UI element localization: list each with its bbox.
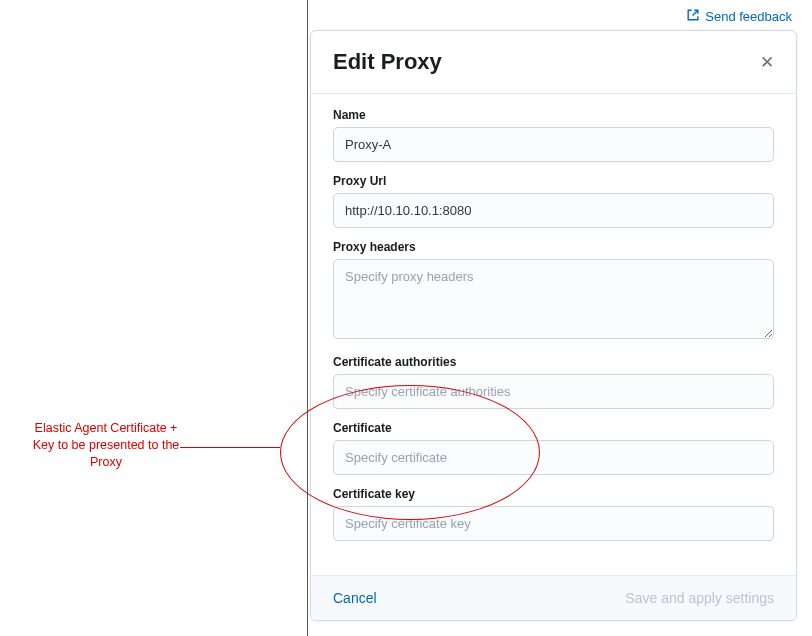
panel-footer: Cancel Save and apply settings [311, 575, 796, 620]
save-button[interactable]: Save and apply settings [625, 590, 774, 606]
certificate-label: Certificate [333, 421, 774, 435]
annotation-text: Elastic Agent Certificate + Key to be pr… [31, 420, 181, 471]
proxy-url-label: Proxy Url [333, 174, 774, 188]
proxy-headers-group: Proxy headers [333, 240, 774, 343]
name-input[interactable] [333, 127, 774, 162]
certificate-input[interactable] [333, 440, 774, 475]
edit-proxy-panel: Edit Proxy ✕ Name Proxy Url Proxy header… [310, 30, 797, 621]
close-icon[interactable]: ✕ [760, 54, 774, 71]
panel-header: Edit Proxy ✕ [311, 31, 796, 94]
cert-authorities-label: Certificate authorities [333, 355, 774, 369]
certificate-key-input[interactable] [333, 506, 774, 541]
certificate-group: Certificate [333, 421, 774, 475]
certificate-key-label: Certificate key [333, 487, 774, 501]
panel-title: Edit Proxy [333, 49, 442, 75]
cert-authorities-group: Certificate authorities [333, 355, 774, 409]
annotation-connector-line [180, 447, 280, 448]
proxy-headers-label: Proxy headers [333, 240, 774, 254]
name-group: Name [333, 108, 774, 162]
vertical-divider [307, 0, 308, 636]
panel-body: Name Proxy Url Proxy headers Certificate… [311, 94, 796, 575]
name-label: Name [333, 108, 774, 122]
external-link-icon [686, 8, 700, 25]
certificate-key-group: Certificate key [333, 487, 774, 541]
send-feedback-label: Send feedback [705, 9, 792, 24]
proxy-headers-textarea[interactable] [333, 259, 774, 339]
send-feedback-link[interactable]: Send feedback [686, 8, 792, 25]
cert-authorities-input[interactable] [333, 374, 774, 409]
proxy-url-group: Proxy Url [333, 174, 774, 228]
cancel-button[interactable]: Cancel [333, 590, 377, 606]
proxy-url-input[interactable] [333, 193, 774, 228]
